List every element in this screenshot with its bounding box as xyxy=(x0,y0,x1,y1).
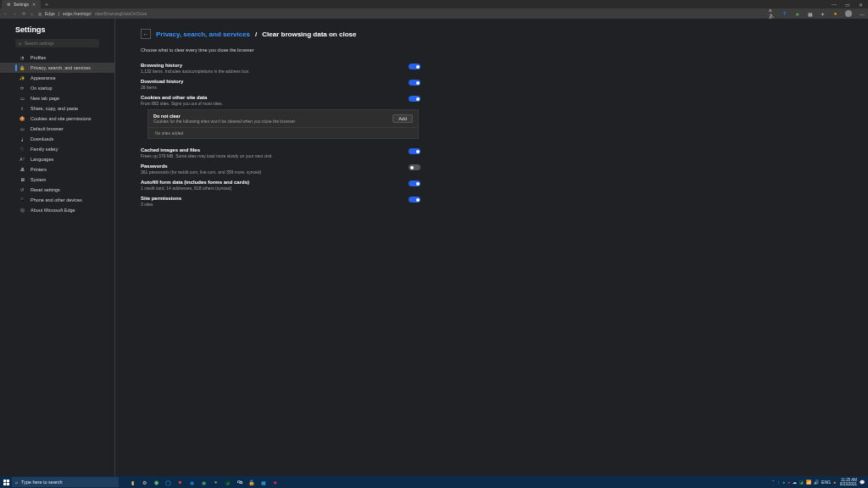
clear-option-row: Cached images and filesFrees up 379 MB. … xyxy=(141,147,420,158)
sidebar-item-icon: 🖥 xyxy=(19,177,25,182)
clear-option-row: Autofill form data (includes forms and c… xyxy=(141,180,420,191)
sidebar-item-default-browser[interactable]: ▭Default browser xyxy=(0,124,114,134)
sidebar-item-phone-and-other-devices[interactable]: 📱Phone and other devices xyxy=(0,195,114,205)
do-not-clear-box: Do not clearCookies for the following si… xyxy=(147,109,419,139)
tray-onedrive-icon[interactable]: ☁ xyxy=(793,480,797,485)
new-tab-button[interactable]: ＋ xyxy=(44,1,49,8)
collections-icon[interactable]: ▦ xyxy=(807,11,813,17)
tray-wifi-icon[interactable]: 📶 xyxy=(806,480,811,485)
taskbar-explorer-icon[interactable]: ▮ xyxy=(129,479,136,486)
tray-app3-icon[interactable]: ● xyxy=(833,480,836,485)
tray-language-icon[interactable]: ENG xyxy=(821,480,831,485)
sidebar-item-label: Profiles xyxy=(31,55,46,60)
taskbar-store-icon[interactable]: 🛍 xyxy=(236,479,243,486)
clear-option-row: Passwords361 passwords (for reddit.com, … xyxy=(141,164,420,175)
window-maximize-icon[interactable]: ▭ xyxy=(845,2,850,8)
sidebar-item-label: Downloads xyxy=(31,136,53,141)
sidebar-item-reset-settings[interactable]: ↺Reset settings xyxy=(0,185,114,195)
sidebar-item-label: Privacy, search, and services xyxy=(31,65,91,70)
taskbar-lock-icon[interactable]: 🔒 xyxy=(248,479,255,486)
window-titlebar: ⚙ Settings ✕ ＋ ― ▭ ✕ xyxy=(0,0,868,8)
taskbar-search-placeholder: Type here to search xyxy=(21,480,63,485)
taskbar-pinned: ▮ ⚙ ⬣ ◯ ■ ◉ ◉ ● ◕ 🛍 🔒 ▦ ❖ xyxy=(129,479,279,486)
settings-search[interactable]: ⌕ xyxy=(15,39,99,47)
nav-home-icon[interactable]: ⌂ xyxy=(31,11,33,16)
window-minimize-icon[interactable]: ― xyxy=(832,2,837,8)
option-toggle[interactable] xyxy=(409,96,420,102)
sidebar-item-about-microsoft-edge[interactable]: ⓔAbout Microsoft Edge xyxy=(0,205,114,215)
taskbar-skype-icon[interactable]: ◯ xyxy=(164,479,172,486)
tray-notifications-icon[interactable]: 💬 xyxy=(860,480,865,485)
sidebar-item-privacy-search-and-services[interactable]: 🔒Privacy, search, and services xyxy=(0,63,114,73)
sidebar-item-downloads[interactable]: ⭳Downloads xyxy=(0,134,114,144)
taskbar-photos-icon[interactable]: ▦ xyxy=(259,479,267,486)
sidebar-item-system[interactable]: 🖥System xyxy=(0,175,114,185)
taskbar-search[interactable]: ⌕ Type here to search xyxy=(12,477,119,487)
nav-refresh-icon[interactable]: ⟳ xyxy=(22,11,25,16)
option-toggle[interactable] xyxy=(409,148,420,154)
option-desc: From 892 sites. Signs you out of most si… xyxy=(141,101,223,106)
sidebar-item-languages[interactable]: AᵀLanguages xyxy=(0,154,114,164)
taskbar-spotify-icon[interactable]: ● xyxy=(212,479,220,486)
address-bar[interactable]: ◎ Edge | edge://settings/clearBrowsingDa… xyxy=(38,11,764,16)
tab-title: Settings xyxy=(14,2,29,7)
taskbar-xbox-icon[interactable]: ◕ xyxy=(224,479,231,486)
breadcrumb-link[interactable]: Privacy, search, and services xyxy=(156,30,250,38)
browser-tab[interactable]: ⚙ Settings ✕ xyxy=(2,0,41,8)
option-desc: 361 passwords (for reddit.com, live.com,… xyxy=(141,169,261,175)
sidebar-item-on-startup[interactable]: ⟳On startup xyxy=(0,83,114,93)
taskbar-app-red-icon[interactable]: ■ xyxy=(176,479,184,486)
sidebar-item-label: Printers xyxy=(31,167,47,172)
start-button[interactable] xyxy=(0,476,12,488)
sidebar-item-appearance[interactable]: ✨Appearance xyxy=(0,73,114,83)
sidebar-item-profiles[interactable]: ◔Profiles xyxy=(0,53,114,63)
sidebar-item-share-copy-and-paste[interactable]: ⇪Share, copy, and paste xyxy=(0,103,114,114)
tray-volume-icon[interactable]: 🔊 xyxy=(814,480,819,485)
option-toggle[interactable] xyxy=(409,164,420,170)
sidebar-item-label: Appearance xyxy=(31,75,56,80)
option-desc: 28 items xyxy=(141,85,183,90)
sidebar-item-icon: ⓔ xyxy=(19,208,25,213)
taskbar-app-pink-icon[interactable]: ❖ xyxy=(271,479,279,486)
tray-app2-icon[interactable]: ● xyxy=(787,480,790,485)
tab-close-icon[interactable]: ✕ xyxy=(32,2,36,7)
dnc-add-button[interactable]: Add xyxy=(392,114,413,123)
sidebar-item-family-safety[interactable]: ♡Family safety xyxy=(0,144,114,154)
svg-rect-3 xyxy=(6,482,8,485)
taskbar-edge-icon[interactable]: ◉ xyxy=(188,479,196,486)
ext-icon-orange[interactable]: ● xyxy=(832,11,838,17)
sidebar-item-icon: 🖶 xyxy=(19,167,25,172)
ext-icon-t[interactable]: T xyxy=(782,11,787,17)
option-toggle[interactable] xyxy=(409,197,420,202)
taskbar-whatsapp-icon[interactable]: ◉ xyxy=(200,479,208,486)
taskbar-settings-icon[interactable]: ⚙ xyxy=(141,479,148,486)
profile-avatar[interactable] xyxy=(845,10,852,17)
settings-search-input[interactable] xyxy=(25,41,96,46)
option-toggle[interactable] xyxy=(409,180,420,186)
taskbar-app-icon[interactable]: ⬣ xyxy=(153,479,160,486)
tray-nvidia-icon[interactable]: ◪ xyxy=(799,480,804,485)
favorites-icon[interactable]: ★ xyxy=(794,11,800,17)
option-desc: 1,132 items. Includes autocompletions in… xyxy=(141,69,250,74)
extensions-icon[interactable]: ✦ xyxy=(820,11,826,17)
tray-bluetooth-icon[interactable]: ᚼ xyxy=(777,480,780,485)
option-toggle[interactable] xyxy=(409,64,420,69)
windows-taskbar: ⌕ Type here to search ▮ ⚙ ⬣ ◯ ■ ◉ ◉ ● ◕ … xyxy=(0,476,868,488)
sidebar-item-cookies-and-site-permissions[interactable]: 🍪Cookies and site permissions xyxy=(0,114,114,124)
translate-icon[interactable]: ᴀあ xyxy=(769,11,775,17)
breadcrumb-back-button[interactable]: ← xyxy=(141,29,151,39)
nav-back-icon[interactable]: ← xyxy=(3,11,8,16)
sidebar-item-printers[interactable]: 🖶Printers xyxy=(0,164,114,175)
more-menu-icon[interactable]: ⋯ xyxy=(859,11,865,17)
nav-forward-icon[interactable]: → xyxy=(13,11,17,16)
browser-toolbar: ← → ⟳ ⌂ ◎ Edge | edge://settings/clearBr… xyxy=(0,8,868,19)
svg-rect-1 xyxy=(6,480,8,482)
sidebar-item-new-tab-page[interactable]: ▭New tab page xyxy=(0,93,114,103)
tray-app-icon[interactable]: ● xyxy=(782,480,785,485)
option-desc: Frees up 379 MB. Some sites may load mor… xyxy=(141,153,273,158)
tray-chevron-icon[interactable]: ˄ xyxy=(772,480,775,485)
tray-clock[interactable]: 11:25 AM 8/23/2021 xyxy=(838,478,857,486)
sidebar-item-icon: ✨ xyxy=(19,75,25,80)
option-toggle[interactable] xyxy=(409,80,420,86)
window-close-icon[interactable]: ✕ xyxy=(859,2,863,8)
